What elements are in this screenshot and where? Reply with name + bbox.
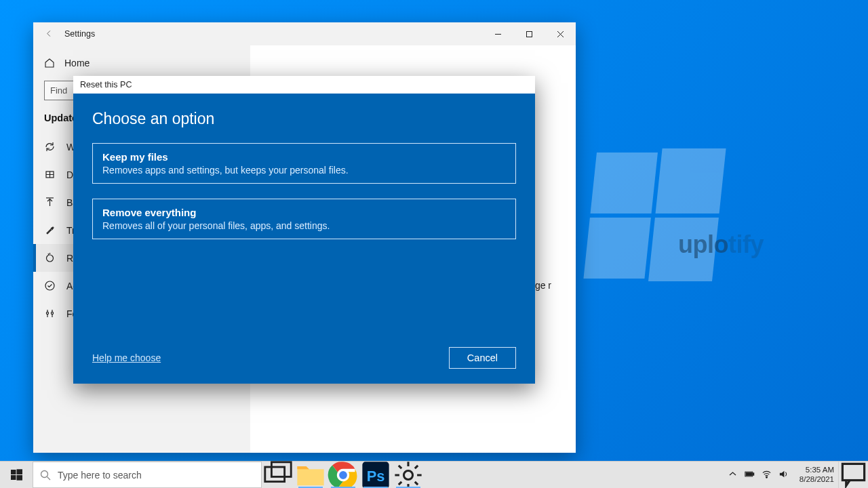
taskbar-app-settings[interactable] bbox=[392, 462, 425, 488]
tray-chevron-icon[interactable] bbox=[728, 469, 738, 481]
dev-icon bbox=[44, 308, 56, 319]
taskbar-search-input[interactable]: Type here to search bbox=[33, 462, 262, 488]
taskbar-app-chrome[interactable] bbox=[327, 462, 359, 488]
svg-rect-26 bbox=[746, 472, 751, 475]
option-desc: Removes apps and settings, but keeps you… bbox=[102, 165, 506, 176]
wrench-icon bbox=[44, 224, 56, 236]
svg-rect-28 bbox=[842, 464, 864, 480]
recovery-icon bbox=[44, 252, 56, 264]
taskbar-app-explorer[interactable] bbox=[294, 462, 327, 488]
back-button[interactable] bbox=[33, 28, 64, 40]
maximize-button[interactable] bbox=[513, 22, 545, 45]
taskview-button[interactable] bbox=[262, 462, 294, 488]
folder-icon bbox=[294, 459, 327, 489]
svg-point-8 bbox=[46, 312, 48, 314]
delivery-icon bbox=[44, 169, 56, 180]
close-button[interactable] bbox=[545, 22, 576, 45]
option-title: Keep my files bbox=[102, 151, 506, 163]
wifi-icon[interactable] bbox=[762, 469, 772, 481]
svg-point-27 bbox=[766, 476, 767, 478]
tray-time: 5:35 AM bbox=[800, 466, 834, 474]
taskbar-app-photoshop[interactable]: Ps bbox=[359, 462, 392, 488]
backup-icon bbox=[44, 197, 56, 208]
gear-icon bbox=[392, 459, 425, 489]
window-title: Settings bbox=[64, 29, 95, 39]
volume-icon[interactable] bbox=[778, 469, 789, 481]
sidebar-home[interactable]: Home bbox=[33, 52, 250, 74]
notification-icon bbox=[839, 460, 868, 488]
taskview-icon bbox=[262, 459, 294, 489]
option-remove-everything[interactable]: Remove everything Removes all of your pe… bbox=[92, 199, 516, 239]
start-button[interactable] bbox=[0, 462, 33, 488]
watermark: uplotify bbox=[678, 230, 764, 259]
svg-rect-16 bbox=[265, 467, 285, 482]
svg-point-9 bbox=[51, 312, 53, 314]
option-title: Remove everything bbox=[102, 207, 506, 218]
tray-date: 8/28/2021 bbox=[800, 475, 834, 484]
system-tray: 5:35 AM 8/28/2021 bbox=[728, 462, 838, 488]
svg-rect-12 bbox=[11, 475, 16, 480]
battery-icon[interactable] bbox=[745, 469, 755, 481]
svg-rect-25 bbox=[753, 472, 754, 474]
svg-line-15 bbox=[47, 476, 51, 480]
option-keep-my-files[interactable]: Keep my files Removes apps and settings,… bbox=[92, 143, 516, 184]
reset-pc-dialog: Reset this PC Choose an option Keep my f… bbox=[73, 76, 535, 384]
svg-point-6 bbox=[47, 255, 54, 262]
svg-point-7 bbox=[45, 281, 54, 290]
windows-icon bbox=[11, 469, 22, 481]
minimize-button[interactable] bbox=[482, 22, 513, 45]
svg-text:Ps: Ps bbox=[367, 467, 385, 484]
taskbar: Type here to search Ps 5:35 AM 8/28/2021 bbox=[0, 461, 868, 488]
dialog-title: Reset this PC bbox=[73, 76, 535, 94]
svg-rect-1 bbox=[526, 31, 532, 37]
chrome-icon bbox=[327, 459, 359, 489]
taskbar-spacer bbox=[425, 462, 728, 488]
photoshop-icon: Ps bbox=[359, 459, 392, 489]
svg-rect-10 bbox=[11, 470, 16, 474]
sync-icon bbox=[44, 141, 56, 152]
svg-rect-11 bbox=[16, 469, 22, 474]
svg-rect-13 bbox=[16, 475, 22, 481]
desktop-windows-logo bbox=[583, 152, 726, 281]
help-me-choose-link[interactable]: Help me choose bbox=[92, 352, 161, 363]
home-icon bbox=[44, 58, 55, 68]
search-icon bbox=[40, 470, 51, 481]
dialog-heading: Choose an option bbox=[92, 110, 516, 128]
cancel-button[interactable]: Cancel bbox=[449, 347, 516, 369]
svg-rect-17 bbox=[271, 462, 291, 476]
svg-point-23 bbox=[403, 470, 412, 479]
svg-point-14 bbox=[41, 470, 48, 477]
action-center-button[interactable] bbox=[838, 462, 868, 488]
check-icon bbox=[44, 280, 56, 291]
option-desc: Removes all of your personal files, apps… bbox=[102, 220, 506, 231]
window-titlebar: Settings bbox=[33, 22, 576, 45]
taskbar-search-placeholder: Type here to search bbox=[58, 470, 142, 481]
sidebar-home-label: Home bbox=[64, 58, 90, 68]
tray-clock[interactable]: 5:35 AM 8/28/2021 bbox=[800, 466, 834, 483]
